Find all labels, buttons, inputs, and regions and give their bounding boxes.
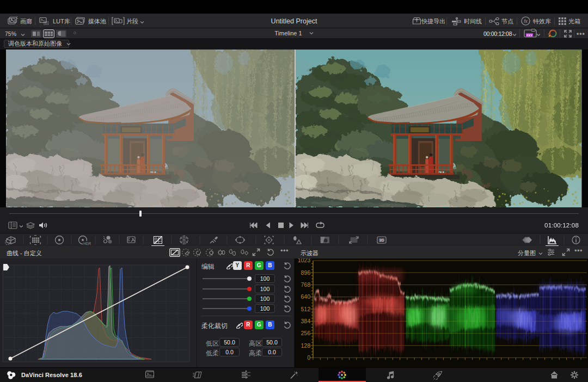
- svg-text:256: 256: [301, 330, 310, 336]
- svg-text:640: 640: [301, 293, 310, 300]
- svg-text:128: 128: [301, 342, 310, 349]
- svg-text:HDR: HDR: [83, 242, 91, 245]
- svg-text:896: 896: [301, 269, 310, 276]
- svg-text:FXY: FXY: [526, 34, 532, 37]
- svg-text:384: 384: [301, 318, 310, 324]
- svg-text:768: 768: [301, 281, 310, 288]
- svg-text:512: 512: [301, 306, 310, 312]
- svg-text:3D: 3D: [379, 238, 384, 242]
- svg-text:0: 0: [307, 354, 310, 361]
- svg-text:1023: 1023: [298, 258, 311, 263]
- svg-text:fx: fx: [524, 19, 528, 24]
